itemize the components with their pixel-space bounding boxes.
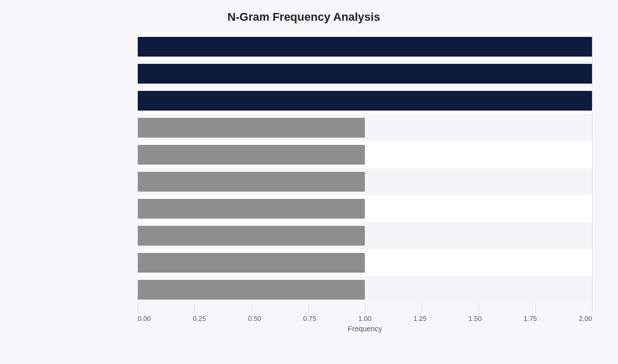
x-tick: 1.25 <box>413 315 426 322</box>
bar <box>138 118 365 138</box>
chart-wrapper: N-Gram Frequency Analysis create nuclear… <box>5 10 602 333</box>
x-tick: 2.00 <box>579 315 592 322</box>
bar <box>138 199 365 219</box>
bar <box>138 172 365 192</box>
x-tick: 1.75 <box>524 315 537 322</box>
bar <box>138 37 592 57</box>
x-axis-wrapper: 0.000.250.500.751.001.251.501.752.00 Fre… <box>138 313 592 333</box>
bar <box>138 145 365 165</box>
bar <box>138 280 365 300</box>
x-tick: 0.00 <box>138 315 151 322</box>
x-tick: 1.00 <box>358 315 371 322</box>
bar <box>138 253 365 273</box>
chart-title: N-Gram Frequency Analysis <box>5 10 602 24</box>
x-tick: 1.50 <box>468 315 481 322</box>
x-tick: 0.25 <box>193 315 206 322</box>
x-ticks-row: 0.000.250.500.751.001.251.501.752.00 <box>138 315 592 322</box>
bar <box>138 226 365 246</box>
chart-container: N-Gram Frequency Analysis create nuclear… <box>0 0 618 364</box>
x-tick: 0.75 <box>303 315 316 322</box>
bar <box>138 64 592 84</box>
x-axis-title: Frequency <box>138 325 592 333</box>
bar <box>138 91 592 111</box>
bars-container <box>138 33 592 313</box>
x-tick: 0.50 <box>248 315 261 322</box>
grid-line <box>592 33 593 313</box>
plot-region <box>138 33 592 313</box>
